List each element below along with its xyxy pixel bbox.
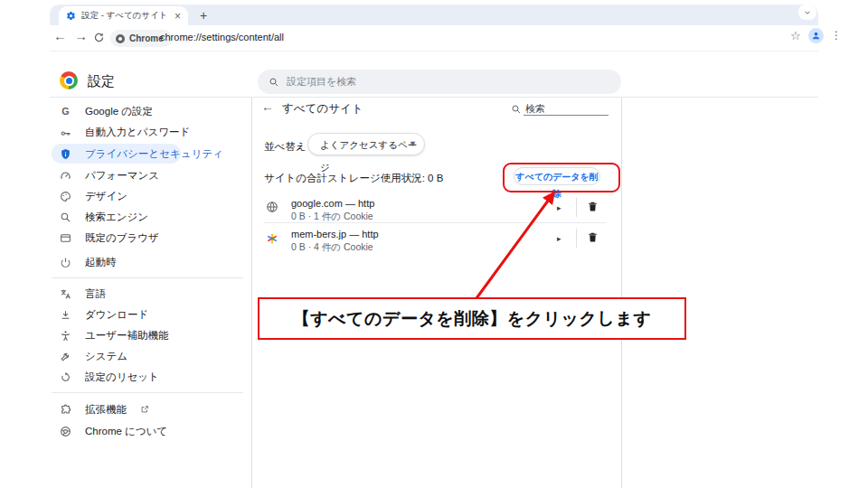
external-link-icon (140, 405, 149, 414)
tab-settings[interactable]: 設定 - すべてのサイト × (59, 6, 188, 25)
tab-title: 設定 - すべてのサイト (81, 10, 169, 22)
spark-favicon (266, 232, 278, 249)
avatar[interactable] (808, 28, 824, 43)
chrome-badge-icon (116, 34, 125, 43)
accessibility-icon (60, 330, 71, 342)
site-search-input[interactable]: 検索 (525, 102, 545, 116)
search-icon (269, 77, 279, 88)
subpage-back-button[interactable]: ← (261, 99, 274, 114)
back-button[interactable]: ← (53, 29, 67, 42)
magnifier-icon (60, 211, 71, 223)
sidebar-item-on-startup[interactable]: 起動時 (52, 252, 241, 272)
shield-icon (60, 148, 71, 160)
bookmark-star-icon[interactable]: ☆ (790, 30, 801, 42)
reload-icon (93, 32, 105, 43)
svg-text:G: G (61, 106, 69, 117)
row-mini-divider (576, 229, 577, 248)
sidebar-item-extensions[interactable]: 拡張機能 (52, 399, 241, 419)
content-right-divider (621, 98, 622, 488)
content-left-divider (251, 98, 252, 488)
sidebar-item-privacy-security[interactable]: プライバシーとセキュリティ (52, 144, 181, 164)
sidebar-item-languages[interactable]: 言語 (52, 284, 241, 304)
sort-select[interactable]: よくアクセスするページ (307, 133, 425, 155)
row-mini-divider (576, 198, 577, 217)
globe-favicon (266, 201, 278, 217)
sidebar-item-autofill[interactable]: 自動入力とパスワード (52, 122, 241, 142)
chrome-icon (60, 426, 71, 437)
new-tab-button[interactable]: + (200, 8, 207, 23)
person-icon (811, 31, 821, 41)
expand-triangle-icon[interactable]: ▸ (557, 234, 561, 243)
key-icon (60, 127, 71, 138)
sidebar-item-about-chrome[interactable]: Chrome について (52, 421, 241, 441)
sidebar-item-search-engine[interactable]: 検索エンジン (52, 207, 241, 227)
site-search-icon (511, 102, 522, 118)
url-address[interactable]: chrome://settings/content/all (160, 32, 284, 42)
forward-button[interactable]: → (74, 29, 88, 42)
annotation-highlight-rect (503, 163, 620, 192)
sidebar-item-performance[interactable]: パフォーマンス (52, 165, 241, 185)
sidebar-item-system[interactable]: システム (52, 346, 241, 366)
storage-summary: サイトの合計ストレージ使用状況: 0 B (264, 172, 443, 185)
subpage-title: すべてのサイト (282, 101, 363, 117)
settings-search-input[interactable]: 設定項目を検索 (258, 70, 621, 94)
sidebar-item-accessibility[interactable]: ユーザー補助機能 (52, 325, 241, 345)
sidebar-item-google-settings[interactable]: G Google の設定 (52, 101, 241, 121)
chrome-logo (60, 71, 78, 89)
tab-strip-chevron-button[interactable] (798, 5, 816, 20)
toolbar-divider (50, 51, 818, 52)
expand-triangle-icon[interactable]: ▸ (557, 203, 561, 212)
settings-search-placeholder: 設定項目を検索 (287, 75, 356, 89)
translate-icon (60, 288, 71, 300)
site-row-meta: 0 B · 4 件の Cookie (291, 241, 373, 254)
speedometer-icon (60, 170, 71, 182)
palette-icon (60, 191, 71, 202)
trash-icon[interactable] (587, 230, 599, 248)
header-divider (50, 97, 818, 98)
chevron-down-icon (803, 8, 812, 17)
site-row-name: mem-bers.jp — http (291, 229, 379, 239)
site-search-underline (524, 115, 609, 116)
sidebar-item-default-browser[interactable]: 既定のブラウザ (52, 228, 241, 248)
power-icon (60, 257, 71, 268)
browser-window: 設定 - すべてのサイト × + ← → Chrome chrome://set… (0, 0, 868, 488)
close-icon[interactable]: × (175, 11, 181, 22)
annotation-text: 【すべてのデータを削除】をクリックします (293, 307, 652, 331)
sidebar-item-reset[interactable]: 設定のリセット (52, 367, 241, 387)
sidebar-item-appearance[interactable]: デザイン (52, 186, 241, 206)
site-row-name: google.com — http (291, 198, 374, 209)
sidebar-divider (52, 392, 243, 393)
row-divider (264, 222, 606, 223)
puzzle-icon (60, 404, 71, 416)
sidebar-item-downloads[interactable]: ダウンロード (52, 305, 241, 324)
site-row-meta: 0 B · 1 件の Cookie (291, 211, 373, 223)
dropdown-caret-icon: ▼ (409, 133, 417, 155)
sidebar-divider (52, 277, 243, 278)
trash-icon[interactable] (587, 200, 599, 217)
reset-icon (60, 371, 71, 383)
page-title: 設定 (88, 73, 115, 90)
gear-icon (66, 11, 76, 21)
browser-window-icon (60, 232, 71, 244)
google-icon: G (60, 106, 71, 117)
wrench-icon (60, 351, 71, 362)
download-icon (60, 309, 71, 321)
reload-button[interactable] (93, 31, 105, 47)
annotation-callout: 【すべてのデータを削除】をクリックします (258, 297, 686, 340)
menu-kebab-icon[interactable]: ⋮ (831, 30, 842, 41)
sort-label: 並べ替え (264, 140, 307, 154)
